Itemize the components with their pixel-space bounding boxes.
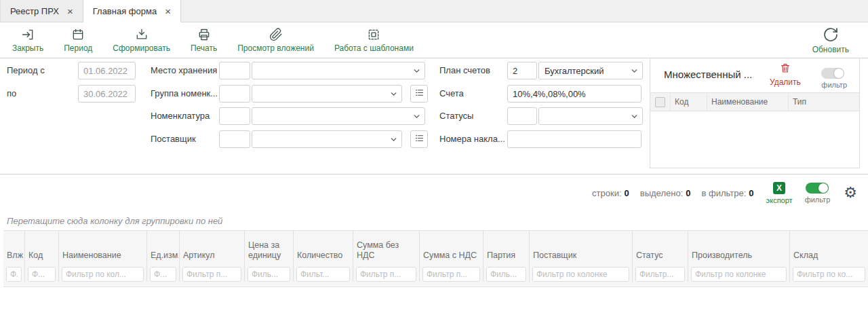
column-header[interactable]: Влж	[3, 231, 25, 266]
column-header[interactable]: Тип	[789, 93, 859, 111]
period-to-label: по	[7, 85, 16, 103]
period-button[interactable]: Период	[64, 28, 92, 53]
supplier-label: Поставщик	[151, 130, 196, 148]
settings-gear-icon[interactable]: ⚙	[844, 185, 857, 200]
selected-stat: выделено:0	[640, 188, 691, 198]
column-filter-input[interactable]	[635, 267, 685, 282]
column-header[interactable]: Партия	[484, 231, 530, 266]
grid-filter-row	[3, 266, 868, 287]
column-header[interactable]: Поставщик	[530, 231, 633, 266]
grid-status-row: строки:0 выделено:0 в фильтре:0 X экспор…	[0, 174, 868, 211]
generate-icon	[135, 28, 149, 41]
column-filter-input[interactable]	[296, 267, 350, 282]
column-filter-input[interactable]	[28, 267, 56, 282]
grid-filter-toggle[interactable]	[806, 183, 829, 194]
refresh-icon	[823, 26, 839, 43]
column-filter-input[interactable]	[532, 267, 629, 282]
column-filter-input[interactable]	[356, 267, 416, 282]
templates-button[interactable]: Работа с шаблонами	[334, 28, 414, 53]
filter-toggle-label: фильтр	[821, 81, 847, 89]
column-filter-input[interactable]	[62, 267, 144, 282]
supplier-code-input[interactable]	[219, 130, 250, 148]
nomenclature-select[interactable]	[252, 107, 425, 125]
supplier-select[interactable]	[252, 130, 402, 148]
checkbox[interactable]	[655, 97, 665, 107]
generate-button[interactable]: Сформировать	[113, 28, 170, 53]
toolbar-label: Период	[64, 43, 92, 53]
refresh-button[interactable]: Обновить	[812, 26, 849, 54]
grid-header-row: Влж Код Наименование Ед.изм. Артикул Цен…	[3, 230, 868, 266]
panel-table-header: Код Наименование Тип	[650, 92, 859, 111]
nomenclature-code-input[interactable]	[219, 107, 250, 125]
column-header[interactable]: Производитель	[688, 231, 790, 266]
filter-pane: Период с по Место хранения Группа номенк…	[0, 58, 868, 174]
close-icon[interactable]: ×	[67, 6, 73, 16]
print-button[interactable]: Печать	[191, 28, 217, 53]
tab-reestr-prh[interactable]: Реестр ПРХ ×	[0, 0, 83, 22]
group-label: Группа номенк...	[151, 85, 218, 103]
close-icon[interactable]: ×	[165, 6, 171, 16]
close-form-button[interactable]: Закрыть	[12, 28, 43, 53]
column-filter-input[interactable]	[248, 267, 290, 282]
chart-of-accounts-select[interactable]: Бухгалтерский	[538, 62, 643, 79]
column-filter-input[interactable]	[486, 267, 526, 282]
column-header[interactable]: Статус	[633, 231, 688, 266]
column-header[interactable]: Код	[671, 93, 707, 111]
tab-label: Реестр ПРХ	[10, 6, 59, 16]
group-select[interactable]	[252, 85, 402, 103]
calendar-icon	[71, 28, 85, 41]
storage-code-input[interactable]	[219, 62, 250, 79]
group-by-dropzone[interactable]: Перетащите сюда колонку для группировки …	[0, 211, 868, 230]
export-button[interactable]: X экспорт	[766, 182, 793, 204]
column-header[interactable]: Склад	[790, 231, 868, 266]
statuses-code-input[interactable]	[507, 107, 537, 125]
storage-label: Место хранения	[151, 62, 217, 79]
column-header[interactable]: Сумма без НДС	[353, 231, 420, 266]
delete-label: Удалить	[770, 77, 801, 87]
filter-toggle[interactable]	[821, 68, 844, 79]
group-code-input[interactable]	[219, 85, 250, 103]
column-header[interactable]: Артикул	[180, 231, 245, 266]
column-header[interactable]: Наименование	[707, 93, 789, 111]
attachments-button[interactable]: Просмотр вложений	[237, 28, 314, 53]
column-header[interactable]: Наименование	[59, 231, 147, 266]
statuses-select[interactable]	[538, 107, 643, 125]
column-header[interactable]: Количество	[294, 231, 353, 266]
column-filter-input[interactable]	[691, 267, 787, 282]
chart-of-accounts-code-input[interactable]	[507, 62, 537, 79]
period-from-label: Период с	[7, 62, 45, 79]
period-from-input[interactable]	[78, 62, 136, 79]
chevron-down-icon	[630, 112, 639, 123]
paperclip-icon	[269, 28, 283, 41]
column-header[interactable]: Цена за единицу	[245, 231, 294, 266]
storage-select[interactable]	[252, 62, 425, 79]
toggle-knob	[834, 69, 844, 78]
delete-button[interactable]: Удалить	[770, 62, 801, 87]
group-hierarchy-button[interactable]	[410, 85, 428, 103]
grid-section: строки:0 выделено:0 в фильтре:0 X экспор…	[0, 174, 868, 287]
hierarchy-list-icon	[414, 88, 425, 100]
column-header[interactable]: Сумма с НДС	[420, 231, 484, 266]
column-header[interactable]: Код	[25, 231, 59, 266]
toolbar-label: Работа с шаблонами	[334, 43, 414, 53]
filtered-stat: в фильтре:0	[701, 188, 753, 198]
column-filter-input[interactable]	[422, 267, 480, 282]
column-filter-input[interactable]	[6, 267, 22, 282]
toolbar-label: Печать	[191, 43, 217, 53]
supplier-hierarchy-button[interactable]	[410, 130, 428, 148]
column-filter-input[interactable]	[150, 267, 176, 282]
trash-icon	[780, 62, 791, 76]
panel-filter-toggle-block: фильтр	[821, 68, 847, 89]
chevron-down-icon	[412, 112, 421, 123]
accounts-input[interactable]	[507, 85, 642, 103]
column-filter-input[interactable]	[793, 267, 865, 282]
column-filter-input[interactable]	[182, 267, 241, 282]
tab-glavnaya-forma[interactable]: Главная форма ×	[83, 0, 181, 22]
period-to-input[interactable]	[78, 85, 136, 103]
toggle-knob	[818, 183, 828, 193]
column-header[interactable]: Ед.изм.	[147, 231, 180, 266]
statuses-label: Статусы	[439, 107, 473, 125]
invoice-numbers-input[interactable]	[507, 130, 642, 148]
multiple-selection-header: Множественный ... Удалить фильтр	[650, 58, 859, 92]
grid-table: Влж Код Наименование Ед.изм. Артикул Цен…	[3, 230, 868, 287]
